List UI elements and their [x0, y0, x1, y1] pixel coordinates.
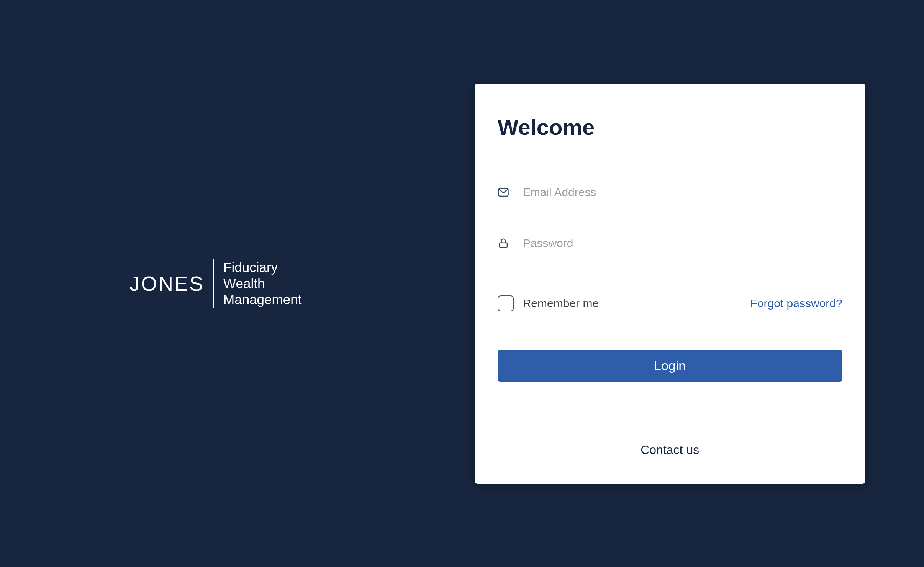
logo-tagline-line1: Fiduciary [223, 259, 301, 275]
password-field-group [498, 237, 842, 257]
welcome-title: Welcome [498, 114, 842, 140]
logo-divider [213, 259, 214, 308]
logo-tagline-line2: Wealth [223, 275, 301, 292]
login-card: Welcome Remember me [475, 84, 865, 484]
login-button[interactable]: Login [498, 350, 842, 382]
logo-brand-text: JONES [129, 272, 204, 295]
lock-icon [498, 238, 509, 249]
svg-rect-1 [500, 243, 507, 247]
contact-wrapper: Contact us [498, 443, 842, 457]
logo-tagline-line3: Management [223, 292, 301, 308]
email-field-group [498, 186, 842, 206]
remember-wrapper: Remember me [498, 295, 599, 311]
brand-panel: JONES Fiduciary Wealth Management [0, 259, 416, 308]
email-input[interactable] [523, 186, 842, 199]
logo: JONES Fiduciary Wealth Management [129, 259, 301, 308]
options-row: Remember me Forgot password? [498, 295, 842, 311]
remember-label: Remember me [523, 297, 599, 310]
forgot-password-link[interactable]: Forgot password? [750, 297, 842, 310]
login-panel: Welcome Remember me [416, 84, 924, 484]
logo-tagline: Fiduciary Wealth Management [223, 259, 301, 308]
password-input[interactable] [523, 237, 842, 250]
remember-checkbox[interactable] [498, 295, 514, 311]
mail-icon [498, 187, 509, 198]
contact-us-link[interactable]: Contact us [641, 443, 699, 457]
